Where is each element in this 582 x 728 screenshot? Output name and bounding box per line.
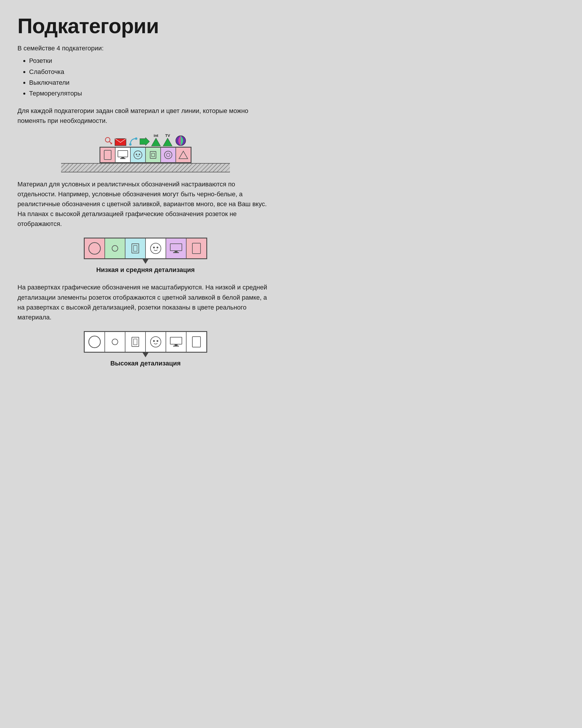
- arrow-symbol: [140, 137, 149, 146]
- detail-frame-high: [84, 331, 207, 353]
- hd-cell-5: [166, 332, 186, 352]
- svg-point-17: [136, 153, 137, 155]
- svg-rect-44: [173, 346, 179, 346]
- svg-rect-34: [192, 243, 200, 254]
- description-1: Для каждой подкатегории задан свой матер…: [18, 106, 274, 126]
- detail-cell-1: [84, 238, 105, 259]
- svg-point-28: [150, 243, 161, 254]
- diagram-high: Высокая детализация: [18, 331, 274, 373]
- svg-point-0: [105, 137, 110, 142]
- svg-rect-43: [175, 344, 177, 346]
- socket-cell-4: [145, 147, 161, 162]
- socket-cell-2: [115, 147, 130, 162]
- detail-cell-6: [186, 238, 206, 259]
- socket-cell-1: [100, 147, 115, 162]
- list-item: Слаботочка: [29, 67, 274, 77]
- svg-rect-33: [173, 252, 179, 253]
- svg-rect-15: [120, 158, 126, 159]
- hd-cell-4: [145, 332, 166, 352]
- cable-tray: [61, 163, 230, 173]
- svg-rect-32: [175, 251, 177, 252]
- svg-point-40: [153, 340, 155, 342]
- phone-symbol: [129, 137, 138, 146]
- hd-cell-1: [84, 332, 105, 352]
- svg-point-24: [89, 242, 101, 254]
- svg-point-39: [150, 337, 161, 347]
- svg-point-18: [139, 153, 140, 155]
- bullet-list: Розетки Слаботочка Выключатели Терморегу…: [18, 55, 274, 99]
- svg-point-5: [129, 143, 132, 146]
- int-symbol: int: [151, 133, 161, 146]
- description-3: На развертках графические обозначения не…: [18, 283, 274, 322]
- label-low-medium: Низкая и средняя детализация: [96, 266, 195, 274]
- svg-rect-31: [170, 244, 182, 251]
- svg-rect-37: [132, 337, 139, 346]
- svg-marker-7: [140, 137, 149, 146]
- svg-point-41: [157, 340, 158, 342]
- frame-pointer-high: [143, 353, 148, 357]
- svg-rect-42: [170, 337, 182, 344]
- detail-cell-2: [105, 238, 125, 259]
- detail-frame-low: [84, 238, 207, 259]
- label-high: Высокая детализация: [110, 360, 181, 367]
- gender-symbol: [105, 137, 112, 146]
- svg-marker-9: [163, 138, 172, 146]
- svg-rect-26: [132, 244, 139, 253]
- svg-point-22: [166, 153, 170, 157]
- svg-point-16: [134, 151, 142, 159]
- svg-marker-23: [179, 151, 188, 159]
- svg-rect-12: [104, 150, 111, 160]
- svg-point-6: [135, 137, 137, 140]
- svg-point-29: [153, 246, 155, 249]
- hd-cell-6: [186, 332, 206, 352]
- hd-cell-2: [105, 332, 125, 352]
- socket-cell-3: [130, 147, 145, 162]
- svg-point-25: [112, 245, 118, 251]
- svg-rect-13: [118, 151, 128, 157]
- svg-rect-27: [134, 245, 137, 251]
- page-title: Подкатегории: [18, 15, 274, 37]
- list-item: Выключатели: [29, 77, 274, 88]
- diagram-1: int TV: [18, 134, 274, 173]
- svg-point-36: [112, 339, 118, 345]
- list-item: Розетки: [29, 55, 274, 66]
- description-2: Материал для условных и реалистичных обо…: [18, 179, 274, 229]
- svg-rect-45: [192, 337, 200, 347]
- socket-cell-5: [161, 147, 176, 162]
- svg-rect-19: [150, 151, 156, 158]
- svg-marker-8: [151, 138, 161, 146]
- svg-point-35: [89, 336, 101, 348]
- svg-point-21: [164, 151, 172, 159]
- hd-cell-3: [125, 332, 145, 352]
- svg-rect-20: [151, 153, 155, 157]
- frame-pointer-low: [143, 259, 148, 264]
- detail-cell-5: [166, 238, 186, 259]
- diagram-low-medium: Низкая и средняя детализация: [18, 238, 274, 280]
- ball-symbol: [175, 135, 186, 146]
- svg-point-30: [157, 246, 158, 249]
- socket-cell-6: [176, 147, 191, 162]
- list-item: Терморегуляторы: [29, 88, 274, 99]
- svg-rect-38: [134, 339, 137, 345]
- intro-text: В семействе 4 подкатегории:: [18, 43, 274, 53]
- letter-symbol: [115, 137, 126, 146]
- svg-rect-14: [121, 157, 124, 158]
- socket-frame: [100, 147, 192, 163]
- tv-symbol: TV: [163, 133, 172, 146]
- detail-cell-3: [125, 238, 145, 259]
- detail-cell-4: [145, 238, 166, 259]
